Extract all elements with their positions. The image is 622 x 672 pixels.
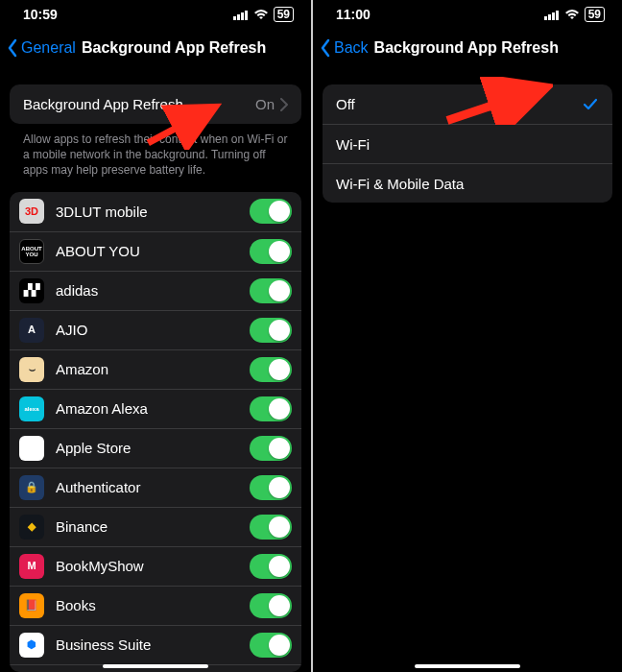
app-name: Binance	[56, 518, 250, 535]
app-icon: ◆	[19, 515, 44, 540]
screen-refresh-options: 11:00 59 Back Background App Refresh Off…	[311, 0, 622, 672]
app-icon: 📕	[19, 593, 44, 618]
battery-percentage: 59	[274, 7, 294, 22]
nav-title: Background App Refresh	[82, 39, 266, 57]
home-indicator	[103, 664, 208, 668]
svg-rect-7	[552, 12, 555, 20]
app-name: AJIO	[56, 322, 250, 338]
app-name: adidas	[56, 282, 250, 299]
app-row[interactable]: ⌣Amazon	[10, 349, 301, 389]
clock: 10:59	[23, 7, 58, 22]
footer-description: Allow apps to refresh their content when…	[10, 124, 301, 192]
app-row[interactable]: AAJIO	[10, 310, 301, 349]
app-icon: 🔒	[19, 475, 44, 500]
screen-settings-list: 10:59 59 General Background App Refresh …	[0, 0, 311, 672]
option-row[interactable]: Off	[323, 84, 612, 124]
app-toggle[interactable]	[250, 318, 292, 343]
option-row[interactable]: Wi-Fi & Mobile Data	[323, 163, 612, 203]
app-row[interactable]: ABOUT YOUABOUT YOU	[10, 231, 301, 271]
app-row[interactable]: ⬢Business Suite	[10, 625, 301, 664]
app-toggle[interactable]	[250, 199, 292, 224]
back-label: General	[21, 39, 76, 57]
options-group: OffWi-FiWi-Fi & Mobile Data	[323, 84, 612, 203]
nav-bar: General Background App Refresh	[0, 29, 311, 67]
battery-indicator: 59	[585, 7, 605, 22]
app-toggle[interactable]	[250, 515, 292, 540]
app-toggle[interactable]	[250, 554, 292, 579]
app-row[interactable]: ▞▞adidas	[10, 271, 301, 310]
cellular-icon	[233, 10, 249, 20]
status-icons: 59	[233, 7, 294, 22]
chevron-right-icon	[280, 98, 288, 111]
svg-rect-3	[245, 11, 248, 20]
option-label: Wi-Fi	[336, 136, 599, 153]
app-icon: ⬢	[19, 633, 44, 658]
app-name: Business Suite	[56, 636, 250, 653]
app-icon: 3D	[19, 199, 44, 224]
app-icon: ABOUT YOU	[19, 239, 44, 264]
app-row[interactable]: MBookMyShow	[10, 546, 301, 586]
app-name: ABOUT YOU	[56, 243, 250, 259]
wifi-icon	[253, 9, 269, 20]
app-name: Apple Store	[56, 440, 250, 456]
app-row[interactable]: ◆Binance	[10, 507, 301, 546]
app-toggle[interactable]	[250, 475, 292, 500]
app-icon	[19, 436, 44, 461]
svg-rect-6	[548, 14, 551, 20]
app-toggle[interactable]	[250, 239, 292, 264]
svg-rect-8	[556, 11, 559, 20]
back-button[interactable]: Back	[319, 38, 369, 58]
app-icon: ⌣	[19, 357, 44, 382]
app-row[interactable]: 3D3DLUT mobile	[10, 192, 301, 231]
home-indicator	[415, 664, 520, 668]
option-label: Off	[336, 96, 582, 112]
app-icon: alexa	[19, 396, 44, 421]
app-row[interactable]: alexaAmazon Alexa	[10, 389, 301, 428]
battery-indicator: 59	[274, 7, 294, 22]
status-bar: 10:59 59	[0, 0, 311, 29]
app-name: Amazon	[56, 361, 250, 377]
status-bar: 11:00 59	[313, 0, 622, 29]
app-icon: A	[19, 318, 44, 343]
row-value: On	[255, 96, 275, 112]
app-list[interactable]: 3D3DLUT mobileABOUT YOUABOUT YOU▞▞adidas…	[10, 192, 301, 672]
wifi-icon	[564, 9, 580, 20]
option-label: Wi-Fi & Mobile Data	[336, 176, 599, 192]
master-toggle-group: Background App Refresh On	[10, 84, 301, 124]
app-toggle[interactable]	[250, 357, 292, 382]
nav-bar: Back Background App Refresh	[313, 29, 622, 67]
app-toggle[interactable]	[250, 278, 292, 303]
app-name: Books	[56, 597, 250, 613]
cellular-icon	[544, 10, 560, 20]
content: OffWi-FiWi-Fi & Mobile Data	[313, 67, 622, 672]
app-row[interactable]: 🔒Authenticator	[10, 468, 301, 507]
app-name: Authenticator	[56, 479, 250, 495]
app-name: 3DLUT mobile	[56, 204, 250, 220]
app-row[interactable]: 📕Books	[10, 586, 301, 625]
app-toggle[interactable]	[250, 436, 292, 461]
app-row[interactable]: Apple Store	[10, 428, 301, 468]
clock: 11:00	[336, 7, 371, 22]
chevron-left-icon	[6, 38, 19, 58]
back-label: Back	[334, 39, 369, 57]
app-toggle[interactable]	[250, 593, 292, 618]
back-button[interactable]: General	[6, 38, 76, 58]
app-toggle[interactable]	[250, 396, 292, 421]
status-icons: 59	[544, 7, 605, 22]
svg-rect-1	[237, 14, 240, 20]
app-icon: M	[19, 554, 44, 579]
content: Background App Refresh On Allow apps to …	[0, 67, 311, 672]
app-name: BookMyShow	[56, 558, 250, 574]
chevron-left-icon	[319, 38, 332, 58]
svg-rect-2	[241, 12, 244, 20]
battery-percentage: 59	[585, 7, 605, 22]
checkmark-icon	[582, 96, 599, 113]
svg-rect-5	[544, 16, 547, 20]
row-label: Background App Refresh	[23, 96, 255, 112]
svg-rect-0	[233, 16, 236, 20]
option-row[interactable]: Wi-Fi	[323, 124, 612, 163]
app-toggle[interactable]	[250, 633, 292, 658]
app-icon: ▞▞	[19, 278, 44, 303]
app-name: Amazon Alexa	[56, 400, 250, 417]
background-app-refresh-row[interactable]: Background App Refresh On	[10, 84, 301, 124]
